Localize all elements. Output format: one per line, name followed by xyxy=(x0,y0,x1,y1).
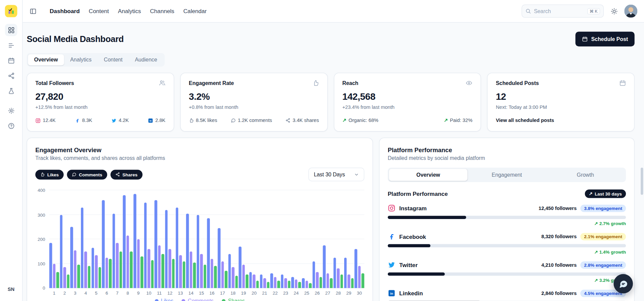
date-range-select[interactable]: Last 30 Days xyxy=(309,168,364,181)
tab-audience[interactable]: Audience xyxy=(129,54,163,65)
bar-likes-day-14 xyxy=(186,213,189,288)
platform-tabs: Overview Engagement Growth xyxy=(388,168,626,182)
bar-shares-day-1 xyxy=(56,272,59,288)
bar-shares-day-9 xyxy=(140,256,143,288)
sidebar-toggle-button[interactable] xyxy=(27,5,39,17)
bar-shares-day-10 xyxy=(151,260,154,288)
bar-group-day-29: 29 xyxy=(344,190,354,288)
platform-tab-overview[interactable]: Overview xyxy=(389,169,467,181)
bar-shares-day-5 xyxy=(98,267,101,288)
schedule-post-button[interactable]: Schedule Post xyxy=(576,32,635,46)
stat-title: Reach xyxy=(342,80,359,86)
search-input[interactable]: Search ⌘ K xyxy=(521,4,604,17)
stat-title: Engagement Rate xyxy=(189,80,234,86)
linkedin-icon: in xyxy=(148,118,153,123)
app-logo[interactable] xyxy=(5,5,17,17)
bar-comments-day-28 xyxy=(337,268,339,288)
sidebar-item-content[interactable] xyxy=(5,39,17,51)
stat-value: 27,820 xyxy=(35,91,165,102)
bar-group-day-28: 28 xyxy=(333,190,343,288)
tab-content[interactable]: Content xyxy=(98,54,129,65)
legend-likes: Likes xyxy=(155,298,173,301)
twitter-icon xyxy=(111,118,117,123)
bar-shares-day-28 xyxy=(340,274,343,288)
bar-comments-day-29 xyxy=(348,274,350,288)
nav-link-analytics[interactable]: Analytics xyxy=(118,8,141,14)
metric-filter-pills: Likes Comments Shares xyxy=(35,170,142,179)
sidebar-item-settings[interactable] xyxy=(5,104,17,117)
bar-comments-day-23 xyxy=(284,278,287,288)
bar-likes-day-11 xyxy=(154,200,157,288)
tab-analytics[interactable]: Analytics xyxy=(64,54,98,65)
sidebar-item-calendar[interactable] xyxy=(5,54,17,67)
bar-comments-day-2 xyxy=(63,267,66,288)
comment-icon xyxy=(231,118,236,123)
metric-comments: 1.2K comments xyxy=(231,118,272,123)
chart-legend: Likes Comments Shares xyxy=(35,298,364,301)
bar-shares-day-2 xyxy=(67,274,70,288)
bar-group-day-25: 25 xyxy=(302,190,312,288)
bar-group-day-24: 24 xyxy=(291,190,301,288)
bar-group-day-1: 1 xyxy=(49,190,59,288)
sidebar-user-initials[interactable]: SN xyxy=(5,283,17,296)
bar-likes-day-4 xyxy=(81,207,84,288)
bar-comments-day-27 xyxy=(326,273,329,288)
bar-group-day-18: 18 xyxy=(228,190,238,288)
vertical-scrollbar-thumb[interactable] xyxy=(641,168,643,195)
tab-overview[interactable]: Overview xyxy=(28,54,64,65)
gear-icon xyxy=(8,107,15,114)
bar-comments-day-6 xyxy=(105,257,108,288)
bar-likes-day-16 xyxy=(207,218,210,288)
nav-link-content[interactable]: Content xyxy=(89,8,109,14)
page-header: Social Media Dashboard Schedule Post xyxy=(27,32,635,46)
page-tabs: Overview Analytics Content Audience xyxy=(27,53,165,67)
filter-shares-pill[interactable]: Shares xyxy=(110,170,142,179)
chat-fab-button[interactable] xyxy=(613,274,633,293)
bar-group-day-8: 8 xyxy=(123,190,133,288)
user-avatar[interactable] xyxy=(624,4,637,17)
filter-likes-pill[interactable]: Likes xyxy=(35,170,64,179)
nav-link-calendar[interactable]: Calendar xyxy=(183,8,207,14)
followers-linkedin: in 2.8K xyxy=(148,118,165,123)
bar-group-day-22: 22 xyxy=(270,190,280,288)
bar-comments-day-22 xyxy=(274,277,276,288)
engagement-overview-card: Engagement Overview Track likes, comment… xyxy=(27,138,373,301)
sidebar-item-channels[interactable] xyxy=(5,70,17,82)
followers-count: 4,210 followers xyxy=(541,262,577,268)
nav-link-channels[interactable]: Channels xyxy=(150,8,174,14)
bar-likes-day-27 xyxy=(323,245,326,288)
bar-comments-day-3 xyxy=(74,250,77,288)
sidebar-item-help[interactable] xyxy=(5,120,17,132)
trending-up-icon: ↗ xyxy=(589,191,593,197)
bar-group-day-5: 5 xyxy=(91,190,101,288)
sidebar-item-labs[interactable] xyxy=(5,85,17,97)
bar-shares-day-27 xyxy=(330,278,333,288)
theme-toggle-button[interactable] xyxy=(608,5,620,17)
svg-text:in: in xyxy=(149,119,151,122)
platform-tab-growth[interactable]: Growth xyxy=(546,169,625,181)
bar-shares-day-22 xyxy=(277,281,280,288)
bar-likes-day-2 xyxy=(60,215,62,288)
trending-up-icon: ↗ xyxy=(594,221,599,226)
bar-comments-day-14 xyxy=(190,251,192,288)
view-scheduled-posts-link[interactable]: View all scheduled posts xyxy=(496,118,554,123)
growth-label: ↗ 2.7% growth xyxy=(388,221,626,226)
help-circle-icon xyxy=(8,122,15,129)
bar-group-day-23: 23 xyxy=(281,190,290,288)
sidebar-item-dashboard[interactable] xyxy=(5,24,17,36)
trending-up-icon: ↗ xyxy=(342,118,347,123)
engagement-subtitle: Track likes, comments, and shares across… xyxy=(35,155,364,161)
platform-tab-engagement[interactable]: Engagement xyxy=(467,169,546,181)
bar-likes-day-5 xyxy=(91,248,94,288)
nav-link-dashboard[interactable]: Dashboard xyxy=(50,8,80,14)
bar-shares-day-21 xyxy=(267,282,269,288)
bar-group-day-19: 19 xyxy=(239,190,248,288)
bar-comments-day-30 xyxy=(358,266,361,288)
bar-group-day-21: 21 xyxy=(260,190,270,288)
bar-group-day-20: 20 xyxy=(249,190,259,288)
progress-bar xyxy=(388,244,626,248)
facebook-icon xyxy=(388,232,396,240)
stat-title: Scheduled Posts xyxy=(496,80,539,86)
range-badge[interactable]: ↗ Last 30 days xyxy=(585,189,626,198)
filter-comments-pill[interactable]: Comments xyxy=(67,170,107,179)
